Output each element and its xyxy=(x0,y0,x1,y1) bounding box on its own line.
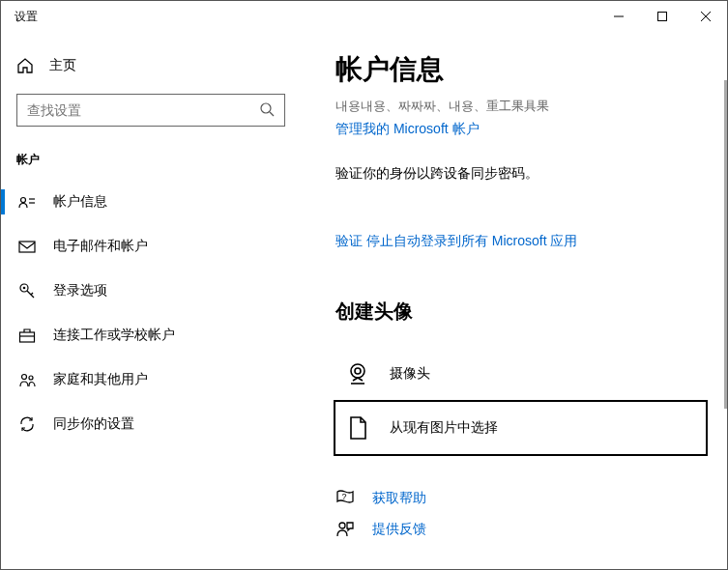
sidebar-item-family[interactable]: 家庭和其他用户 xyxy=(1,359,301,400)
avatar-browse-option[interactable]: 从现有图片中选择 xyxy=(334,400,708,456)
feedback-link[interactable]: 提供反馈 xyxy=(372,521,426,538)
person-card-icon xyxy=(18,193,36,211)
svg-point-4 xyxy=(261,103,271,113)
verify-description: 验证你的身份以跨设备同步密码。 xyxy=(335,165,708,183)
svg-point-11 xyxy=(23,287,26,290)
help-icon: ? xyxy=(335,489,355,508)
close-icon xyxy=(701,12,711,21)
manage-microsoft-account-link[interactable]: 管理我的 Microsoft 帐户 xyxy=(335,121,480,136)
sidebar-item-email[interactable]: 电子邮件和帐户 xyxy=(1,226,301,267)
svg-line-13 xyxy=(31,293,33,295)
svg-text:?: ? xyxy=(341,492,346,501)
sidebar-section-label: 帐户 xyxy=(1,144,301,182)
close-button[interactable] xyxy=(684,1,727,32)
sidebar-item-signin-options[interactable]: 登录选项 xyxy=(1,271,301,311)
svg-line-5 xyxy=(270,112,274,116)
camera-icon xyxy=(345,361,370,386)
feedback-row[interactable]: 提供反馈 xyxy=(335,514,708,545)
sidebar-item-label: 同步你的设置 xyxy=(53,415,134,433)
search-icon xyxy=(259,101,275,120)
feedback-icon xyxy=(335,520,355,539)
people-icon xyxy=(18,371,36,388)
svg-line-12 xyxy=(27,291,34,298)
page-title: 帐户信息 xyxy=(335,51,708,88)
avatar-camera-option[interactable]: 摄像头 xyxy=(335,348,708,400)
svg-point-22 xyxy=(339,523,345,528)
sidebar-item-label: 登录选项 xyxy=(53,282,107,299)
svg-point-19 xyxy=(355,368,361,374)
sidebar-item-label: 帐户信息 xyxy=(53,193,107,211)
avatar-browse-label: 从现有图片中选择 xyxy=(390,419,498,437)
create-avatar-heading: 创建头像 xyxy=(335,299,708,325)
svg-point-6 xyxy=(21,198,26,203)
window-controls xyxy=(597,1,727,32)
svg-point-17 xyxy=(29,376,33,380)
sidebar-item-label: 电子邮件和帐户 xyxy=(53,238,148,255)
maximize-button[interactable] xyxy=(640,1,684,32)
sidebar-item-work-school[interactable]: 连接工作或学校帐户 xyxy=(1,315,301,356)
window-title: 设置 xyxy=(15,9,597,25)
svg-rect-9 xyxy=(19,242,35,252)
sidebar: 主页 帐户 帐户信息 电子邮件和帐户 登录选项 xyxy=(1,32,301,569)
home-label: 主页 xyxy=(49,57,76,74)
get-help-row[interactable]: ? 获取帮助 xyxy=(335,483,708,514)
minimize-icon xyxy=(614,12,624,21)
avatar-camera-label: 摄像头 xyxy=(390,365,430,383)
sync-icon xyxy=(18,415,36,433)
mail-icon xyxy=(18,238,36,255)
svg-point-16 xyxy=(22,375,27,380)
titlebar: 设置 xyxy=(1,1,727,32)
stop-auto-signin-link[interactable]: 停止自动登录到所有 Microsoft 应用 xyxy=(366,233,578,250)
sidebar-item-account-info[interactable]: 帐户信息 xyxy=(1,182,301,222)
get-help-link[interactable]: 获取帮助 xyxy=(372,490,426,507)
briefcase-icon xyxy=(18,327,36,344)
search-input[interactable] xyxy=(27,102,259,118)
scrollbar[interactable] xyxy=(723,32,727,569)
key-icon xyxy=(18,282,36,299)
verify-link[interactable]: 验证 xyxy=(335,233,363,250)
sidebar-item-label: 家庭和其他用户 xyxy=(53,371,148,388)
minimize-button[interactable] xyxy=(597,1,640,32)
svg-rect-1 xyxy=(657,13,666,21)
truncated-info-text: 내용내용、짜짜짜、내용、重工果具果 xyxy=(335,98,708,115)
search-box[interactable] xyxy=(16,94,285,127)
scrollbar-thumb[interactable] xyxy=(724,80,727,409)
home-nav[interactable]: 主页 xyxy=(1,47,301,84)
main-panel: 帐户信息 내용내용、짜짜짜、내용、重工果具果 管理我的 Microsoft 帐户… xyxy=(301,32,727,569)
svg-rect-14 xyxy=(20,332,35,342)
sidebar-item-sync[interactable]: 同步你的设置 xyxy=(1,404,301,444)
file-icon xyxy=(345,415,370,441)
home-icon xyxy=(16,57,34,74)
svg-point-18 xyxy=(351,364,364,378)
maximize-icon xyxy=(657,12,667,21)
sidebar-item-label: 连接工作或学校帐户 xyxy=(53,327,175,344)
